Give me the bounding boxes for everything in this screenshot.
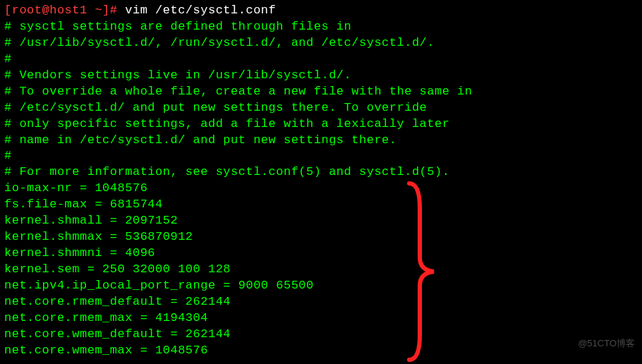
file-line[interactable]: # sysctl settings are defined through fi… xyxy=(4,19,638,35)
file-line[interactable]: net.core.wmem_default = 262144 xyxy=(4,327,638,343)
file-line[interactable]: # To override a whole file, create a new… xyxy=(4,84,638,100)
file-line[interactable]: # name in /etc/sysctl.d/ and put new set… xyxy=(4,133,638,149)
file-line[interactable]: kernel.shmall = 2097152 xyxy=(4,213,638,229)
file-line[interactable]: # /usr/lib/sysctl.d/, /run/sysctl.d/, an… xyxy=(4,35,638,51)
file-line[interactable]: fs.file-max = 6815744 xyxy=(4,197,638,213)
watermark-text: @51CTO博客 xyxy=(578,337,635,350)
file-line[interactable]: # For more information, see sysctl.conf(… xyxy=(4,164,638,181)
file-line[interactable]: kernel.sem = 250 32000 100 128 xyxy=(4,262,638,278)
file-line[interactable]: net.ipv4.ip_local_port_range = 9000 6550… xyxy=(4,278,638,294)
file-line[interactable]: # only specific settings, add a file wit… xyxy=(4,116,638,133)
file-line[interactable]: kernel.shmmni = 4096 xyxy=(4,245,638,262)
prompt-command: vim /etc/sysctl.conf xyxy=(125,4,276,17)
file-line[interactable]: # xyxy=(4,51,638,68)
file-line[interactable]: net.core.rmem_max = 4194304 xyxy=(4,310,638,327)
file-line[interactable]: net.core.rmem_default = 262144 xyxy=(4,294,638,310)
file-line[interactable]: kernel.shmmax = 536870912 xyxy=(4,229,638,245)
file-line[interactable]: io-max-nr = 1048576 xyxy=(4,181,638,197)
file-line[interactable]: # Vendors settings live in /usr/lib/sysc… xyxy=(4,68,638,84)
file-line[interactable]: # xyxy=(4,148,638,164)
file-line[interactable]: net.core.wmem_max = 1048576 xyxy=(4,343,638,359)
file-line[interactable]: # /etc/sysctl.d/ and put new settings th… xyxy=(4,100,638,116)
shell-prompt-line: [root@host1 ~]# vim /etc/sysctl.conf xyxy=(4,3,638,19)
prompt-user-host: [root@host1 ~]# xyxy=(4,4,125,17)
